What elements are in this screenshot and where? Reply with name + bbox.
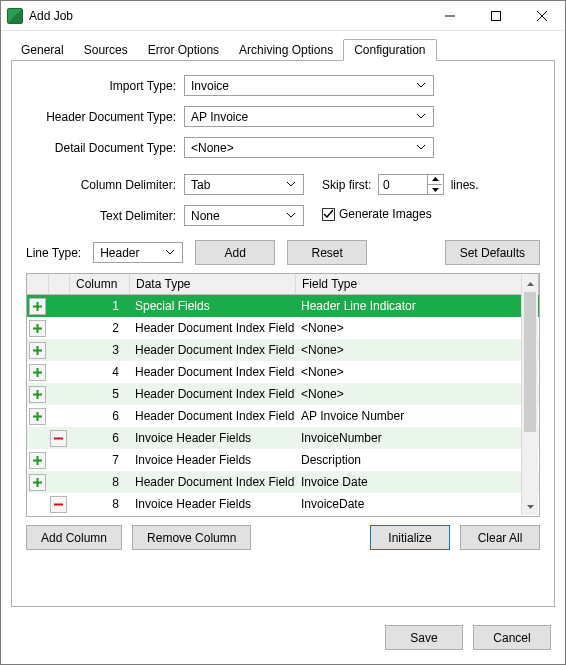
cell-data-type: Header Document Index Fields [129, 383, 295, 405]
plus-icon[interactable] [29, 474, 46, 491]
cell-field-type: <None> [295, 339, 498, 361]
cell-data-type: Special Fields [129, 295, 295, 317]
maximize-button[interactable] [473, 1, 519, 31]
add-line-button[interactable]: Add [195, 240, 275, 265]
spin-down-icon[interactable] [427, 185, 442, 195]
grid-header-field-type[interactable]: Field Type [295, 274, 498, 294]
chevron-down-icon [413, 145, 429, 150]
text-delim-select[interactable]: None [184, 205, 304, 226]
cell-column: 6 [69, 427, 129, 449]
window-title: Add Job [29, 9, 73, 23]
text-delim-value: None [191, 209, 220, 223]
header-doc-type-select[interactable]: AP Invoice [184, 106, 434, 127]
minimize-button[interactable] [427, 1, 473, 31]
plus-icon[interactable] [29, 320, 46, 337]
spin-up-icon[interactable] [427, 175, 442, 185]
column-delim-label: Column Delimiter: [34, 178, 184, 192]
generate-images-label: Generate Images [339, 207, 432, 221]
detail-doc-type-label: Detail Document Type: [34, 141, 184, 155]
import-type-label: Import Type: [34, 79, 184, 93]
cell-field-type: <None> [295, 361, 498, 383]
scroll-down-icon[interactable] [522, 498, 538, 515]
plus-icon[interactable] [29, 408, 46, 425]
detail-doc-type-value: <None> [191, 141, 234, 155]
plus-icon[interactable] [29, 386, 46, 403]
scroll-up-icon[interactable] [522, 275, 538, 292]
close-button[interactable] [519, 1, 565, 31]
table-row[interactable]: 1Special FieldsHeader Line Indicator [27, 295, 539, 317]
cell-field-type: Description [295, 449, 498, 471]
skip-first-suffix: lines. [451, 178, 479, 192]
grid-header-column[interactable]: Column [69, 274, 129, 294]
header-doc-type-label: Header Document Type: [34, 110, 184, 124]
line-type-value: Header [100, 246, 139, 260]
table-row[interactable]: 8Invoice Header FieldsInvoiceDate [27, 493, 539, 515]
cell-data-type: Header Document Index Fields [129, 339, 295, 361]
grid-header-data-type[interactable]: Data Type [129, 274, 295, 294]
clear-all-button[interactable]: Clear All [460, 525, 540, 550]
plus-icon[interactable] [29, 452, 46, 469]
cell-column: 1 [69, 295, 129, 317]
line-type-label: Line Type: [26, 246, 81, 260]
table-row[interactable]: 3Header Document Index Fields<None> [27, 339, 539, 361]
save-button[interactable]: Save [385, 625, 463, 650]
plus-icon[interactable] [29, 342, 46, 359]
tab-sources[interactable]: Sources [74, 40, 138, 60]
cell-data-type: Header Document Index Fields [129, 405, 295, 427]
titlebar: Add Job [1, 1, 565, 31]
add-column-button[interactable]: Add Column [26, 525, 122, 550]
columns-grid: Column Data Type Field Type 1Special Fie… [26, 273, 540, 517]
table-row[interactable]: 5Header Document Index Fields<None> [27, 383, 539, 405]
cell-column: 8 [69, 493, 129, 515]
text-delim-label: Text Delimiter: [34, 209, 184, 223]
cell-field-type: AP Invoice Number [295, 405, 498, 427]
minus-icon[interactable] [50, 496, 67, 513]
cell-column: 7 [69, 449, 129, 471]
cell-column: 5 [69, 383, 129, 405]
scroll-thumb[interactable] [524, 292, 536, 432]
cell-column: 2 [69, 317, 129, 339]
table-row[interactable]: 2Header Document Index Fields<None> [27, 317, 539, 339]
tab-general[interactable]: General [11, 40, 74, 60]
line-type-select[interactable]: Header [93, 242, 183, 263]
set-defaults-button[interactable]: Set Defaults [445, 240, 540, 265]
cell-field-type: InvoiceDate [295, 493, 498, 515]
generate-images-checkbox[interactable] [322, 208, 335, 221]
table-row[interactable]: 6Invoice Header FieldsInvoiceNumber [27, 427, 539, 449]
table-row[interactable]: 6Header Document Index FieldsAP Invoice … [27, 405, 539, 427]
table-row[interactable]: 7Invoice Header FieldsDescription [27, 449, 539, 471]
skip-first-field[interactable] [383, 178, 421, 192]
dialog-footer: Save Cancel [1, 613, 565, 664]
skip-first-label: Skip first: [322, 178, 371, 192]
import-type-select[interactable]: Invoice [184, 75, 434, 96]
tab-configuration[interactable]: Configuration [343, 39, 436, 61]
cancel-button[interactable]: Cancel [473, 625, 551, 650]
tabstrip: General Sources Error Options Archiving … [11, 39, 555, 61]
app-icon [7, 8, 23, 24]
table-row[interactable]: 8Header Document Index FieldsInvoice Dat… [27, 471, 539, 493]
chevron-down-icon [283, 182, 299, 187]
plus-icon[interactable] [29, 298, 46, 315]
chevron-down-icon [413, 114, 429, 119]
plus-icon[interactable] [29, 364, 46, 381]
cell-data-type: Invoice Header Fields [129, 427, 295, 449]
cell-data-type: Header Document Index Fields [129, 361, 295, 383]
grid-scrollbar[interactable] [521, 275, 538, 515]
cell-column: 8 [69, 471, 129, 493]
svg-rect-0 [492, 11, 501, 20]
tab-archiving-options[interactable]: Archiving Options [229, 40, 343, 60]
skip-first-input[interactable] [378, 174, 444, 195]
minus-icon[interactable] [50, 430, 67, 447]
cell-data-type: Header Document Index Fields [129, 471, 295, 493]
tab-error-options[interactable]: Error Options [138, 40, 229, 60]
table-row[interactable]: 4Header Document Index Fields<None> [27, 361, 539, 383]
cell-data-type: Invoice Header Fields [129, 449, 295, 471]
cell-data-type: Invoice Header Fields [129, 493, 295, 515]
remove-column-button[interactable]: Remove Column [132, 525, 251, 550]
chevron-down-icon [283, 213, 299, 218]
initialize-button[interactable]: Initialize [370, 525, 450, 550]
column-delim-select[interactable]: Tab [184, 174, 304, 195]
reset-button[interactable]: Reset [287, 240, 367, 265]
cell-column: 6 [69, 405, 129, 427]
detail-doc-type-select[interactable]: <None> [184, 137, 434, 158]
